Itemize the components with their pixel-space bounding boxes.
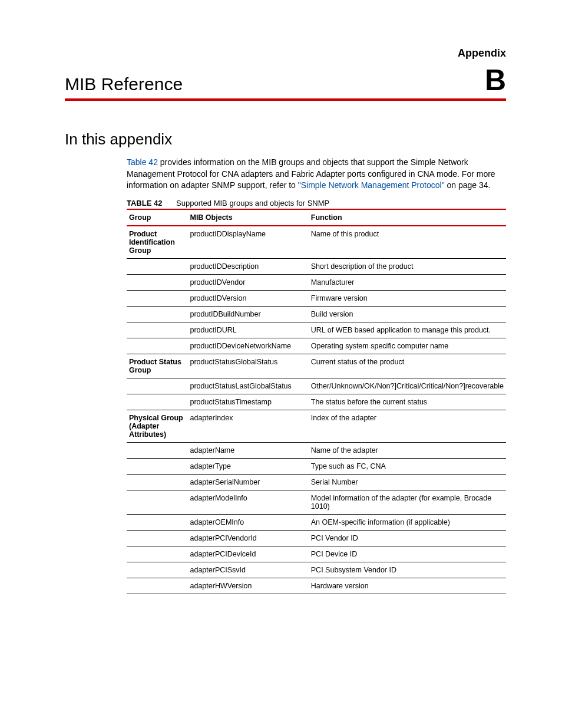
cell-group bbox=[127, 530, 187, 546]
cell-function: Model information of the adapter (for ex… bbox=[309, 490, 506, 514]
cell-group: Physical Group (Adapter Attributes) bbox=[127, 410, 187, 442]
th-mib: MIB Objects bbox=[187, 209, 308, 226]
table-row: adapterPCIDeviceIdPCI Device ID bbox=[127, 546, 506, 562]
cell-mib-object: adapterName bbox=[187, 442, 308, 458]
cell-function: Type such as FC, CNA bbox=[309, 458, 506, 474]
table-row: productIDVendorManufacturer bbox=[127, 274, 506, 290]
table-caption-text: Supported MIB groups and objects for SNM… bbox=[176, 199, 329, 207]
appendix-letter: B bbox=[485, 65, 506, 95]
table-header-row: Group MIB Objects Function bbox=[127, 209, 506, 226]
cell-group bbox=[127, 442, 187, 458]
table-row: adapterSerialNumberSerial Number bbox=[127, 474, 506, 490]
page-container: Appendix MIB Reference B In this appendi… bbox=[0, 0, 562, 728]
cell-group bbox=[127, 338, 187, 354]
cell-function: Short description of the product bbox=[309, 258, 506, 274]
cell-mib-object: adapterHWVersion bbox=[187, 578, 308, 594]
cell-function: PCI Subsystem Vendor ID bbox=[309, 562, 506, 578]
section-heading: In this appendix bbox=[65, 130, 506, 149]
cell-function: Operating system specific computer name bbox=[309, 338, 506, 354]
table-row: Product Status GroupproductStatusGlobalS… bbox=[127, 354, 506, 378]
cell-group bbox=[127, 514, 187, 530]
table-caption: TABLE 42 Supported MIB groups and object… bbox=[127, 199, 506, 207]
cell-group bbox=[127, 258, 187, 274]
mib-table: Group MIB Objects Function Product Ident… bbox=[127, 209, 506, 594]
cell-group bbox=[127, 578, 187, 594]
cell-function: URL of WEB based application to manage t… bbox=[309, 322, 506, 338]
cell-mib-object: adapterIndex bbox=[187, 410, 308, 442]
cell-function: PCI Device ID bbox=[309, 546, 506, 562]
cell-group: Product Status Group bbox=[127, 354, 187, 378]
cell-mib-object: produtIDBuildNumber bbox=[187, 306, 308, 322]
table-row: Physical Group (Adapter Attributes)adapt… bbox=[127, 410, 506, 442]
cell-mib-object: productIDDescription bbox=[187, 258, 308, 274]
cell-group bbox=[127, 490, 187, 514]
cell-mib-object: productIDDisplayName bbox=[187, 226, 308, 259]
table-row: adapterTypeType such as FC, CNA bbox=[127, 458, 506, 474]
table-row: adapterOEMInfoAn OEM-specific informatio… bbox=[127, 514, 506, 530]
cell-function: Hardware version bbox=[309, 578, 506, 594]
cell-function: An OEM-specific information (if applicab… bbox=[309, 514, 506, 530]
table-row: adapterPCIVendorIdPCI Vendor ID bbox=[127, 530, 506, 546]
intro-paragraph: Table 42 provides information on the MIB… bbox=[127, 157, 506, 192]
cell-mib-object: productStatusGlobalStatus bbox=[187, 354, 308, 378]
cell-group bbox=[127, 458, 187, 474]
table-row: adapterPCISsvIdPCI Subsystem Vendor ID bbox=[127, 562, 506, 578]
table-row: productIDDescriptionShort description of… bbox=[127, 258, 506, 274]
page-title: MIB Reference bbox=[65, 74, 183, 94]
cell-mib-object: adapterOEMInfo bbox=[187, 514, 308, 530]
cell-group bbox=[127, 562, 187, 578]
table-row: Product Identification GroupproductIDDis… bbox=[127, 226, 506, 259]
cell-function: PCI Vendor ID bbox=[309, 530, 506, 546]
cell-group bbox=[127, 322, 187, 338]
cell-mib-object: adapterModelInfo bbox=[187, 490, 308, 514]
cell-group bbox=[127, 378, 187, 394]
table-row: productIDURLURL of WEB based application… bbox=[127, 322, 506, 338]
cell-function: Index of the adapter bbox=[309, 410, 506, 442]
cell-group: Product Identification Group bbox=[127, 226, 187, 259]
cell-group bbox=[127, 306, 187, 322]
cell-function: Name of the adapter bbox=[309, 442, 506, 458]
header-right: Appendix bbox=[65, 47, 506, 60]
cell-function: Manufacturer bbox=[309, 274, 506, 290]
cell-function: Firmware version bbox=[309, 290, 506, 306]
table-row: adapterHWVersionHardware version bbox=[127, 578, 506, 594]
table-row: adapterModelInfoModel information of the… bbox=[127, 490, 506, 514]
table-row: adapterNameName of the adapter bbox=[127, 442, 506, 458]
cell-function: Other/Unknown/OK/Non?]Critical/Critical/… bbox=[309, 378, 506, 394]
cell-function: Current status of the product bbox=[309, 354, 506, 378]
para-post: on page 34. bbox=[445, 180, 491, 190]
cell-mib-object: adapterPCIDeviceId bbox=[187, 546, 308, 562]
cell-mib-object: productStatusTimestamp bbox=[187, 394, 308, 410]
table-ref-link[interactable]: Table 42 bbox=[127, 157, 158, 167]
cell-function: Build version bbox=[309, 306, 506, 322]
cell-group bbox=[127, 274, 187, 290]
snmp-protocol-link[interactable]: "Simple Network Management Protocol" bbox=[298, 180, 445, 190]
table-row: productIDDeviceNetworkNameOperating syst… bbox=[127, 338, 506, 354]
table-label: TABLE 42 bbox=[127, 199, 162, 207]
cell-mib-object: productIDVendor bbox=[187, 274, 308, 290]
cell-mib-object: productIDVersion bbox=[187, 290, 308, 306]
cell-function: The status before the current status bbox=[309, 394, 506, 410]
cell-mib-object: productIDDeviceNetworkName bbox=[187, 338, 308, 354]
appendix-label: Appendix bbox=[458, 47, 506, 59]
cell-mib-object: adapterType bbox=[187, 458, 308, 474]
cell-group bbox=[127, 394, 187, 410]
cell-group bbox=[127, 474, 187, 490]
cell-function: Name of this product bbox=[309, 226, 506, 259]
cell-mib-object: adapterSerialNumber bbox=[187, 474, 308, 490]
cell-mib-object: adapterPCIVendorId bbox=[187, 530, 308, 546]
title-row: MIB Reference B bbox=[65, 65, 506, 101]
table-row: produtIDBuildNumberBuild version bbox=[127, 306, 506, 322]
table-row: productIDVersionFirmware version bbox=[127, 290, 506, 306]
cell-function: Serial Number bbox=[309, 474, 506, 490]
cell-group bbox=[127, 546, 187, 562]
cell-mib-object: adapterPCISsvId bbox=[187, 562, 308, 578]
th-group: Group bbox=[127, 209, 187, 226]
cell-group bbox=[127, 290, 187, 306]
th-function: Function bbox=[309, 209, 506, 226]
table-row: productStatusLastGlobalStatusOther/Unkno… bbox=[127, 378, 506, 394]
cell-mib-object: productIDURL bbox=[187, 322, 308, 338]
table-row: productStatusTimestampThe status before … bbox=[127, 394, 506, 410]
cell-mib-object: productStatusLastGlobalStatus bbox=[187, 378, 308, 394]
